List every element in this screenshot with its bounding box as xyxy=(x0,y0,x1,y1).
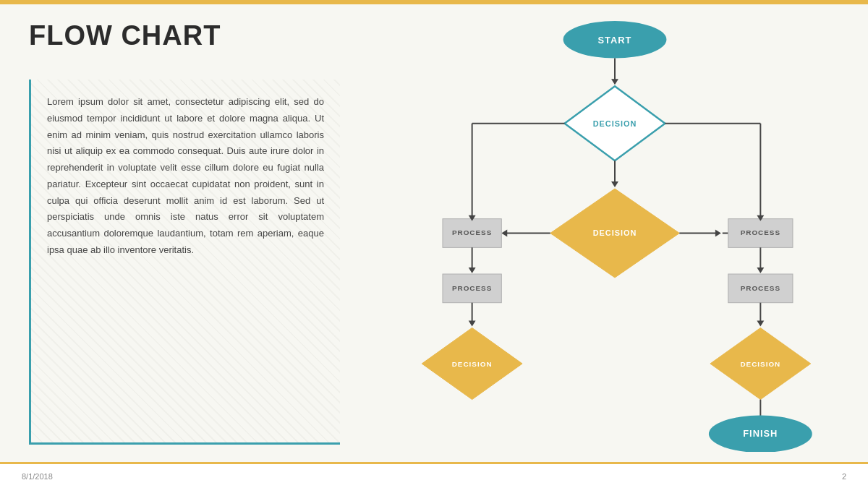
top-accent-bar xyxy=(0,0,868,4)
svg-text:DECISION: DECISION xyxy=(740,360,780,368)
svg-marker-23 xyxy=(715,230,721,237)
slide-date: 8/1/2018 xyxy=(22,472,53,481)
svg-text:PROCESS: PROCESS xyxy=(452,284,492,292)
svg-marker-19 xyxy=(469,321,476,327)
flowchart-area: START DECISION DECISION PROCESS xyxy=(376,14,854,452)
slide-number: 2 xyxy=(842,472,846,481)
text-panel: Lorem ipsum dolor sit amet, consectetur … xyxy=(29,80,340,445)
svg-text:START: START xyxy=(598,35,632,46)
svg-text:DECISION: DECISION xyxy=(593,228,637,237)
body-text: Lorem ipsum dolor sit amet, consectetur … xyxy=(47,94,324,259)
svg-text:FINISH: FINISH xyxy=(743,428,778,439)
svg-text:DECISION: DECISION xyxy=(452,360,493,368)
svg-marker-33 xyxy=(757,321,764,327)
svg-marker-11 xyxy=(501,230,507,237)
page-title: FLOW CHART xyxy=(29,20,221,51)
svg-text:DECISION: DECISION xyxy=(593,119,637,128)
svg-text:PROCESS: PROCESS xyxy=(741,284,780,292)
flowchart-svg: START DECISION DECISION PROCESS xyxy=(376,14,854,452)
bottom-bar: 8/1/2018 2 xyxy=(0,462,868,488)
svg-text:PROCESS: PROCESS xyxy=(452,228,492,236)
svg-marker-7 xyxy=(611,181,618,187)
svg-marker-15 xyxy=(469,267,476,273)
svg-text:PROCESS: PROCESS xyxy=(741,228,780,236)
slide: FLOW CHART Lorem ipsum dolor sit amet, c… xyxy=(0,0,868,488)
svg-marker-29 xyxy=(757,267,764,273)
svg-marker-3 xyxy=(611,79,618,85)
